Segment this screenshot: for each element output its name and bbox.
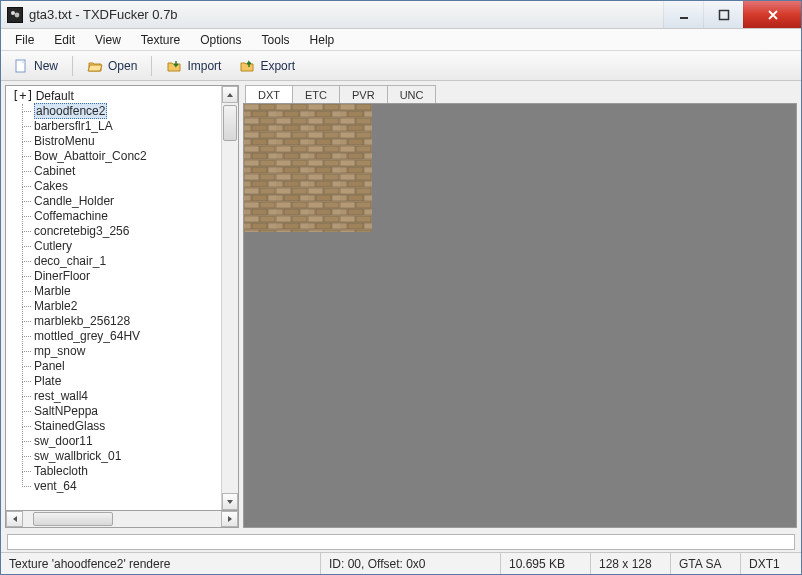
- tree-item-label: Cakes: [34, 179, 68, 193]
- export-button[interactable]: Export: [233, 56, 301, 76]
- scroll-track[interactable]: [23, 511, 221, 527]
- scroll-down-icon[interactable]: [222, 493, 238, 510]
- menu-options[interactable]: Options: [192, 31, 249, 49]
- tree-vertical-scrollbar[interactable]: [221, 86, 238, 510]
- preview-panel: DXT ETC PVR UNC: [243, 85, 797, 528]
- new-label: New: [34, 59, 58, 73]
- svg-rect-2: [680, 17, 688, 19]
- tree-item-label: Marble2: [34, 299, 77, 313]
- tree-item-label: StainedGlass: [34, 419, 105, 433]
- tab-dxt[interactable]: DXT: [245, 85, 293, 103]
- tree-item[interactable]: concretebig3_256: [20, 224, 221, 239]
- new-button[interactable]: New: [7, 56, 64, 76]
- scroll-right-icon[interactable]: [221, 511, 238, 527]
- tree-item-label: Coffemachine: [34, 209, 108, 223]
- tree-item[interactable]: SaltNPeppa: [20, 404, 221, 419]
- menu-texture[interactable]: Texture: [133, 31, 188, 49]
- tree-item-label: sw_door11: [34, 434, 93, 448]
- tree-item-label: marblekb_256128: [34, 314, 130, 328]
- scroll-thumb[interactable]: [33, 512, 113, 526]
- menu-tools[interactable]: Tools: [254, 31, 298, 49]
- tree-item[interactable]: vent_64: [20, 479, 221, 494]
- tree-scroll-area: [+]Default ahoodfence2barbersflr1_LABist…: [5, 85, 239, 511]
- scroll-left-icon[interactable]: [6, 511, 23, 527]
- tree-item[interactable]: StainedGlass: [20, 419, 221, 434]
- tree-item[interactable]: Marble2: [20, 299, 221, 314]
- tree-item[interactable]: sw_wallbrick_01: [20, 449, 221, 464]
- tree-item-label: rest_wall4: [34, 389, 88, 403]
- status-message: Texture 'ahoodfence2' rendere: [1, 553, 321, 574]
- tree-item[interactable]: Cutlery: [20, 239, 221, 254]
- tab-pvr[interactable]: PVR: [339, 85, 388, 103]
- maximize-button[interactable]: [703, 1, 743, 28]
- tree-item[interactable]: DinerFloor: [20, 269, 221, 284]
- expand-icon[interactable]: [+]: [12, 89, 34, 103]
- tree-item-label: BistroMenu: [34, 134, 95, 148]
- svg-rect-3: [719, 10, 728, 19]
- tree-item[interactable]: Plate: [20, 374, 221, 389]
- status-dimensions: 128 x 128: [591, 553, 671, 574]
- open-button[interactable]: Open: [81, 56, 143, 76]
- tree-item-label: ahoodfence2: [34, 103, 107, 119]
- export-icon: [239, 58, 255, 74]
- window-controls: [663, 1, 801, 28]
- tree-item-label: Cabinet: [34, 164, 75, 178]
- import-label: Import: [187, 59, 221, 73]
- app-window: gta3.txt - TXDFucker 0.7b File Edit View…: [0, 0, 802, 575]
- tree-item-label: vent_64: [34, 479, 77, 493]
- tree-item[interactable]: Cabinet: [20, 164, 221, 179]
- tree-item[interactable]: marblekb_256128: [20, 314, 221, 329]
- texture-viewer[interactable]: [243, 103, 797, 528]
- scroll-track[interactable]: [222, 103, 238, 493]
- tree-item-label: DinerFloor: [34, 269, 90, 283]
- tree-item[interactable]: sw_door11: [20, 434, 221, 449]
- tree-item-label: Cutlery: [34, 239, 72, 253]
- tree-item[interactable]: BistroMenu: [20, 134, 221, 149]
- new-file-icon: [13, 58, 29, 74]
- import-button[interactable]: Import: [160, 56, 227, 76]
- status-id-offset: ID: 00, Offset: 0x0: [321, 553, 501, 574]
- svg-point-1: [15, 12, 20, 17]
- toolbar-separator: [151, 56, 152, 76]
- tree-item[interactable]: Marble: [20, 284, 221, 299]
- tree-item-label: Panel: [34, 359, 65, 373]
- tree-item[interactable]: mottled_grey_64HV: [20, 329, 221, 344]
- root-label: Default: [36, 89, 74, 103]
- tree-item[interactable]: Bow_Abattoir_Conc2: [20, 149, 221, 164]
- tree-item[interactable]: rest_wall4: [20, 389, 221, 404]
- tree-item[interactable]: barbersflr1_LA: [20, 119, 221, 134]
- tab-unc[interactable]: UNC: [387, 85, 437, 103]
- tree-item-label: sw_wallbrick_01: [34, 449, 121, 463]
- tree-item[interactable]: Panel: [20, 359, 221, 374]
- menu-edit[interactable]: Edit: [46, 31, 83, 49]
- scroll-thumb[interactable]: [223, 105, 237, 141]
- tree-item[interactable]: mp_snow: [20, 344, 221, 359]
- tree-item-label: Bow_Abattoir_Conc2: [34, 149, 147, 163]
- tree-item[interactable]: Candle_Holder: [20, 194, 221, 209]
- minimize-button[interactable]: [663, 1, 703, 28]
- menu-help[interactable]: Help: [302, 31, 343, 49]
- scroll-up-icon[interactable]: [222, 86, 238, 103]
- toolbar: New Open Import Export: [1, 51, 801, 81]
- title-bar[interactable]: gta3.txt - TXDFucker 0.7b: [1, 1, 801, 29]
- tab-etc[interactable]: ETC: [292, 85, 340, 103]
- close-button[interactable]: [743, 1, 801, 28]
- tree-item[interactable]: deco_chair_1: [20, 254, 221, 269]
- tree-item[interactable]: Tablecloth: [20, 464, 221, 479]
- format-tabs: DXT ETC PVR UNC: [243, 85, 797, 103]
- texture-tree[interactable]: [+]Default ahoodfence2barbersflr1_LABist…: [6, 86, 221, 510]
- status-filesize: 10.695 KB: [501, 553, 591, 574]
- tree-item[interactable]: ahoodfence2: [20, 104, 221, 119]
- toolbar-separator: [72, 56, 73, 76]
- tree-horizontal-scrollbar[interactable]: [5, 511, 239, 528]
- tree-item[interactable]: Coffemachine: [20, 209, 221, 224]
- tree-item-label: Plate: [34, 374, 61, 388]
- tree-root[interactable]: [+]Default: [12, 88, 221, 104]
- tree-item-label: SaltNPeppa: [34, 404, 98, 418]
- tree-item[interactable]: Cakes: [20, 179, 221, 194]
- export-label: Export: [260, 59, 295, 73]
- tree-item-label: mottled_grey_64HV: [34, 329, 140, 343]
- menu-view[interactable]: View: [87, 31, 129, 49]
- menu-file[interactable]: File: [7, 31, 42, 49]
- menu-bar: File Edit View Texture Options Tools Hel…: [1, 29, 801, 51]
